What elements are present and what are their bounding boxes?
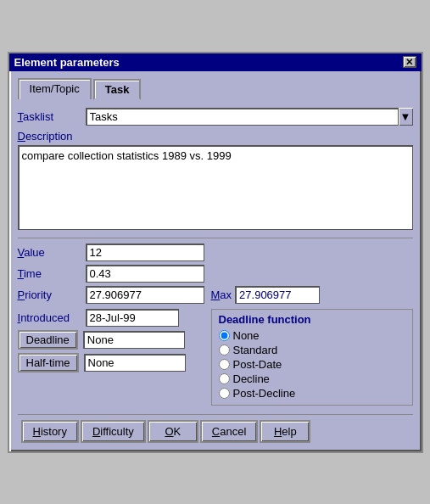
tab-task[interactable]: Task [93, 79, 142, 100]
divider [18, 238, 413, 238]
radio-standard-label: Standard [233, 344, 278, 356]
value-input[interactable] [86, 244, 204, 261]
radio-postdate[interactable] [219, 359, 230, 370]
priority-input[interactable] [86, 286, 204, 304]
description-label: Description [18, 130, 413, 143]
history-button[interactable]: History [21, 420, 79, 443]
radio-none[interactable] [219, 330, 230, 341]
radio-standard[interactable] [219, 344, 230, 356]
difficulty-button[interactable]: Difficulty [81, 420, 146, 443]
halftime-button[interactable]: Half-time [18, 353, 79, 372]
description-section: Description [18, 130, 413, 232]
time-input[interactable] [86, 265, 204, 283]
introduced-label: Introduced [18, 311, 86, 324]
description-textarea[interactable] [18, 145, 413, 230]
tasklist-label: Tasklist [18, 110, 86, 123]
radio-postdate-row: Post-Date [219, 358, 405, 371]
radio-none-label: None [233, 329, 260, 342]
radio-postdecline-row: Post-Decline [219, 387, 405, 400]
halftime-row: Half-time [18, 353, 204, 372]
priority-row: Priority Max [18, 286, 413, 304]
radio-decline-label: Decline [233, 372, 270, 385]
max-input[interactable] [235, 286, 320, 304]
radio-postdecline[interactable] [219, 388, 230, 399]
value-label: Value [18, 246, 86, 259]
tasklist-select-wrapper: Tasks ▼ [86, 108, 413, 126]
radio-postdecline-label: Post-Decline [233, 387, 296, 400]
element-parameters-window: Element parameters ✕ Item/Topic Task Tas… [8, 52, 423, 453]
introduced-row: Introduced [18, 309, 204, 327]
window-title: Element parameters [14, 56, 120, 69]
tab-task-label: Task [105, 83, 130, 96]
tab-item-topic-label: Item/Topic [30, 82, 80, 95]
priority-label: Priority [18, 288, 86, 301]
max-label: Max [211, 288, 232, 301]
radio-postdate-label: Post-Date [233, 358, 282, 371]
radio-standard-row: Standard [219, 344, 405, 356]
title-bar-buttons: ✕ [403, 56, 416, 68]
ok-button[interactable]: OK [148, 420, 198, 443]
deadline-row: Deadline [18, 330, 204, 350]
radio-none-row: None [219, 329, 405, 342]
time-row: Time [18, 265, 413, 283]
bottom-buttons-row: History Difficulty OK Cancel Help [18, 414, 413, 446]
left-fields: Introduced Deadline Half-time [18, 309, 204, 406]
radio-decline-row: Decline [219, 372, 405, 385]
bottom-section: Introduced Deadline Half-time [18, 309, 413, 406]
window-content: Item/Topic Task Tasklist Tasks ▼ [9, 71, 422, 451]
tabs-row: Item/Topic Task [18, 78, 413, 99]
deadline-function-title: Deadline function [219, 313, 405, 326]
time-label: Time [18, 267, 86, 280]
title-bar: Element parameters ✕ [9, 53, 422, 71]
form-section: Tasklist Tasks ▼ Description Value [18, 104, 413, 409]
deadline-function-box: Deadline function None Standard Post-Dat… [211, 309, 413, 406]
radio-decline[interactable] [219, 373, 230, 384]
tasklist-select[interactable]: Tasks [86, 108, 413, 126]
halftime-input[interactable] [84, 354, 186, 372]
close-button[interactable]: ✕ [403, 56, 416, 68]
help-button[interactable]: Help [260, 420, 310, 443]
deadline-button[interactable]: Deadline [18, 330, 78, 350]
tab-item-topic[interactable]: Item/Topic [18, 78, 92, 99]
cancel-button[interactable]: Cancel [200, 420, 258, 443]
introduced-input[interactable] [86, 309, 179, 327]
tasklist-row: Tasklist Tasks ▼ [18, 108, 413, 126]
deadline-input[interactable] [83, 331, 185, 349]
value-row: Value [18, 244, 413, 261]
